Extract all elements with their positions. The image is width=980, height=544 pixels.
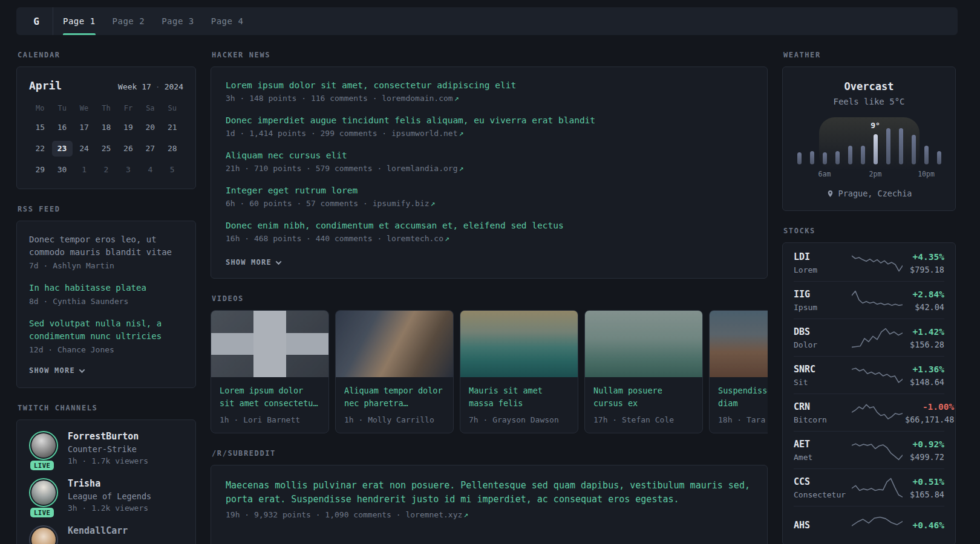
video-title[interactable]: Lorem ipsum dolor sit amet consectetu… xyxy=(220,384,320,410)
twitch-list: LIVE ForrestBurton Counter-Strike 1h · 1… xyxy=(29,431,183,544)
weather-temp-label: 9° xyxy=(871,121,880,130)
twitch-channel[interactable]: KendallCarr xyxy=(29,525,183,544)
app-logo[interactable]: G xyxy=(27,16,45,27)
external-link-icon[interactable]: ↗ xyxy=(431,199,436,208)
dashboard-columns: CALENDAR April Week 17 · 2024 MoTuWeThFr… xyxy=(16,51,980,544)
subreddit-post-title[interactable]: Maecenas mollis pulvinar erat non posuer… xyxy=(226,479,753,507)
calendar-day: 21 xyxy=(162,120,183,135)
external-link-icon[interactable]: ↗ xyxy=(459,164,464,173)
rss-meta: 8d · Cynthia Saunders xyxy=(29,297,183,306)
hacker-news-show-more-button[interactable]: SHOW MORE xyxy=(226,258,281,267)
video-thumbnail xyxy=(211,311,328,377)
stock-name: Dolor xyxy=(794,340,849,349)
stocks-widget: STOCKS LDI Lorem +4.35% $795.18 xyxy=(782,227,956,544)
twitch-channel-name[interactable]: ForrestBurton xyxy=(68,431,148,442)
stock-row[interactable]: AHS +0.46% xyxy=(794,506,944,543)
rss-headline[interactable]: Donec tempor eros leo, ut commodo mauris… xyxy=(29,233,183,259)
stock-row[interactable]: DBS Dolor +1.42% $156.28 xyxy=(794,319,944,356)
external-link-icon[interactable]: ↗ xyxy=(463,510,468,519)
stock-row[interactable]: LDI Lorem +4.35% $795.18 xyxy=(794,244,944,281)
separator-dot: · xyxy=(155,82,160,91)
twitch-channel-name[interactable]: Trisha xyxy=(68,478,151,489)
weather-time-label: 10pm xyxy=(918,170,935,178)
nav-tabs: Page 1Page 2Page 3Page 4 xyxy=(63,7,243,35)
live-badge: LIVE xyxy=(30,508,54,517)
external-link-icon[interactable]: ↗ xyxy=(445,234,449,243)
chevron-down-icon xyxy=(275,259,281,265)
stock-row[interactable]: SNRC Sit +1.36% $148.64 xyxy=(794,356,944,393)
stock-ticker: IIG xyxy=(794,289,849,300)
weather-chart: 6am xyxy=(797,127,941,164)
video-title[interactable]: Suspendisse diam xyxy=(718,384,768,410)
avatar xyxy=(29,431,58,460)
video-card[interactable]: Mauris sit amet massa felis 7h · Grayson… xyxy=(460,310,578,433)
stock-sparkline xyxy=(852,514,903,537)
top-nav: G Page 1Page 2Page 3Page 4 xyxy=(16,7,958,35)
calendar-day-header: Tu xyxy=(51,104,73,112)
external-link-icon[interactable]: ↗ xyxy=(454,94,459,103)
twitch-channel-name[interactable]: KendallCarr xyxy=(68,525,128,536)
calendar-day: 1 xyxy=(74,162,94,178)
weather-bar xyxy=(899,128,903,164)
stock-row[interactable]: AET Amet +0.92% $499.72 xyxy=(794,431,944,468)
subreddit-post-meta: 19h · 9,932 points · 1,090 comments · lo… xyxy=(226,510,753,519)
twitch-channel-info: Trisha League of Legends 3h · 1.2k viewe… xyxy=(68,478,151,513)
nav-tab[interactable]: Page 3 xyxy=(162,7,194,35)
hacker-news-widget-title: HACKER NEWS xyxy=(212,51,768,59)
stock-id: CRN Bitcorn xyxy=(794,401,849,424)
hacker-news-headline[interactable]: Donec imperdiet augue tincidunt felis al… xyxy=(226,115,753,125)
stock-row[interactable]: IIG Ipsum +2.84% $42.04 xyxy=(794,281,944,319)
stock-ticker: SNRC xyxy=(794,364,849,375)
weather-bar-column xyxy=(848,146,852,164)
stock-row[interactable]: CCS Consectetur +0.51% $165.84 xyxy=(794,468,944,506)
weather-bar-column: 6am xyxy=(823,152,827,164)
weather-bar xyxy=(912,135,916,164)
stock-name: Lorem xyxy=(794,265,849,274)
stock-name: Consectetur xyxy=(794,490,849,499)
stock-values: +0.92% $499.72 xyxy=(905,439,944,462)
rss-show-more-button[interactable]: SHOW MORE xyxy=(29,366,84,375)
weather-condition: Overcast xyxy=(794,80,944,92)
external-link-icon[interactable]: ↗ xyxy=(459,129,464,138)
stock-change: +1.36% xyxy=(905,364,944,374)
nav-tab[interactable]: Page 2 xyxy=(113,7,145,35)
stock-id: AHS xyxy=(794,520,849,531)
weather-bar xyxy=(848,146,852,164)
stock-name: Amet xyxy=(794,453,849,462)
twitch-avatar-wrap xyxy=(29,525,58,544)
nav-tab[interactable]: Page 1 xyxy=(63,7,96,35)
subreddit-widget: /R/SUBREDDIT Maecenas mollis pulvinar er… xyxy=(211,449,768,544)
subreddit-card: Maecenas mollis pulvinar erat non posuer… xyxy=(211,465,768,544)
videos-widget: VIDEOS Lorem ipsum dolor sit amet consec… xyxy=(211,294,768,433)
calendar-widget-title: CALENDAR xyxy=(18,51,196,59)
weather-bar xyxy=(924,146,929,164)
hacker-news-item: Integer eget rutrum lorem 6h · 60 points… xyxy=(226,186,753,208)
hacker-news-headline[interactable]: Aliquam nec cursus elit xyxy=(226,151,753,160)
stock-sparkline xyxy=(852,289,903,312)
twitch-channel[interactable]: LIVE Trisha League of Legends 3h · 1.2k … xyxy=(29,478,183,513)
video-title[interactable]: Aliquam tempor dolor nec pharetra… xyxy=(344,384,445,410)
hacker-news-headline[interactable]: Lorem ipsum dolor sit amet, consectetur … xyxy=(226,80,753,90)
hacker-news-headline[interactable]: Integer eget rutrum lorem xyxy=(226,186,753,195)
video-card[interactable]: Nullam posuere cursus ex 17h · Stefan Co… xyxy=(584,310,703,433)
rss-headline[interactable]: In hac habitasse platea xyxy=(29,282,183,294)
weather-location: Prague, Czechia xyxy=(794,189,944,198)
rss-item: Sed volutpat nulla nisl, a condimentum n… xyxy=(29,317,183,354)
video-card[interactable]: Suspendisse diam 18h · Tara xyxy=(709,310,768,433)
calendar-day: 3 xyxy=(118,162,139,178)
hacker-news-headline[interactable]: Donec enim nibh, condimentum et accumsan… xyxy=(226,221,753,230)
calendar-day-header: Mo xyxy=(29,104,51,112)
video-card[interactable]: Aliquam tempor dolor nec pharetra… 1h · … xyxy=(335,310,454,433)
video-title[interactable]: Mauris sit amet massa felis xyxy=(469,384,569,410)
video-title[interactable]: Nullam posuere cursus ex xyxy=(593,384,694,410)
dashboard-page: G Page 1Page 2Page 3Page 4 CALENDAR Apri… xyxy=(0,7,980,544)
video-thumbnail xyxy=(585,311,702,377)
nav-tab[interactable]: Page 4 xyxy=(211,7,244,35)
twitch-channel[interactable]: LIVE ForrestBurton Counter-Strike 1h · 1… xyxy=(29,431,183,465)
video-meta: 1h · Lori Barnett xyxy=(220,415,320,424)
stock-values: +1.42% $156.28 xyxy=(905,327,944,349)
rss-headline[interactable]: Sed volutpat nulla nisl, a condimentum n… xyxy=(29,317,183,343)
stock-row[interactable]: CRN Bitcorn -1.00% $66,171.48 xyxy=(794,393,944,431)
stock-change: +0.46% xyxy=(905,520,944,530)
video-card[interactable]: Lorem ipsum dolor sit amet consectetu… 1… xyxy=(211,310,329,433)
